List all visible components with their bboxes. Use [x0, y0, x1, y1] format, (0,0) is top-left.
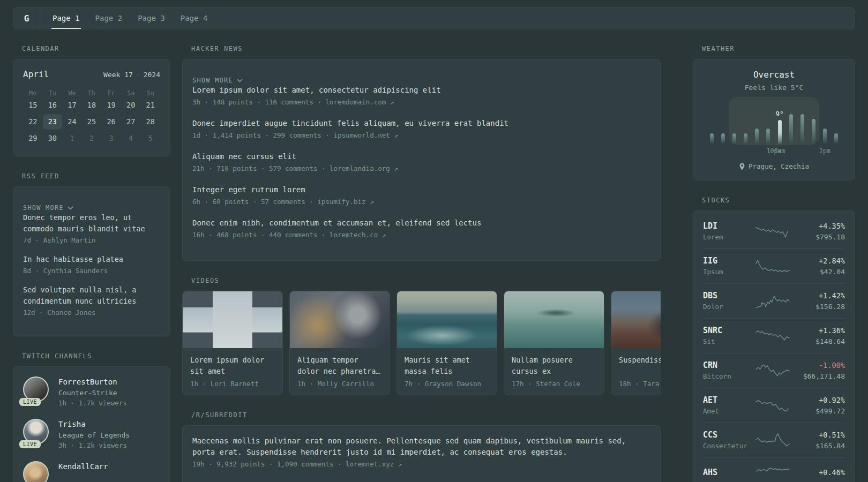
external-link-icon[interactable]: ↗ [370, 198, 374, 206]
hacker-news-title[interactable]: Donec enim nibh, condimentum et accumsan… [192, 217, 650, 229]
stock-row[interactable]: DBS Dolor +1.42% $156.28 [703, 283, 845, 318]
calendar-day: 3 [101, 131, 121, 146]
external-link-icon[interactable]: ↗ [382, 231, 386, 239]
hacker-news-meta: 16h · 468 points · 440 comments · loremt… [192, 230, 650, 240]
external-link-icon[interactable]: ↗ [398, 460, 402, 468]
weather-time-label: 2pm [819, 147, 830, 155]
rss-item-meta: 12d · Chance Jones [23, 307, 160, 318]
stock-ticker[interactable]: DBS [703, 290, 752, 302]
twitch-game: Counter-Strike [58, 388, 127, 398]
stock-ticker[interactable]: LDI [703, 221, 752, 232]
twitch-section-label: TWITCH CHANNELS [22, 352, 170, 360]
rss-item-title[interactable]: Donec tempor eros leo, ut commodo mauris… [23, 212, 160, 235]
external-link-icon[interactable]: ↗ [390, 98, 394, 106]
weather-bar-slot: 9° [774, 100, 785, 144]
video-card[interactable]: Lorem ipsum dolor sit amet consectetu… 1… [182, 291, 283, 395]
stock-ticker[interactable]: CCS [703, 430, 752, 441]
external-link-icon[interactable]: ↗ [394, 164, 398, 172]
stock-ticker[interactable]: SNRC [703, 325, 752, 336]
weather-bar [823, 129, 827, 144]
twitch-channel-info: ForrestBurton Counter-Strike 1h · 1.7k v… [58, 376, 127, 408]
rss-item-title[interactable]: In hac habitasse platea [23, 254, 160, 265]
stock-row[interactable]: AET Amet +0.92% $499.72 [703, 388, 845, 423]
stock-row[interactable]: LDI Lorem +4.35% $795.18 [703, 214, 845, 248]
video-card[interactable]: Suspendisse diam 18h · Tara [611, 291, 661, 395]
hacker-news-title[interactable]: Aliquam nec cursus elit [192, 151, 650, 162]
rss-show-more-button[interactable]: SHOW MORE [23, 204, 73, 212]
stock-row[interactable]: SNRC Sit +1.36% $148.64 [703, 318, 845, 353]
stock-row[interactable]: AHS +0.46% [703, 457, 845, 482]
twitch-channel-name[interactable]: Trisha [58, 419, 130, 430]
external-link-icon[interactable]: ↗ [394, 131, 398, 139]
stock-sparkline [755, 223, 790, 239]
video-thumbnail[interactable] [504, 291, 604, 348]
dashboard-columns: CALENDAR April Week 17·2024 Mo Tu [13, 39, 855, 482]
subreddit-post-title[interactable]: Maecenas mollis pulvinar erat non posuer… [192, 435, 650, 458]
rss-item: Donec tempor eros leo, ut commodo mauris… [23, 212, 160, 245]
video-title[interactable]: Aliquam tempor dolor nec pharetra… [297, 355, 382, 377]
video-card[interactable]: Aliquam tempor dolor nec pharetra… 1h · … [289, 291, 390, 395]
calendar-header: April Week 17·2024 [23, 69, 160, 79]
stock-row[interactable]: CRN Bitcorn -1.00% $66,171.48 [703, 353, 845, 388]
twitch-channel-row[interactable]: LIVE Trisha League of Legends 3h · 1.2k … [23, 419, 160, 450]
stock-name: Consectetur [703, 441, 752, 451]
location-pin-icon [739, 163, 745, 170]
chevron-down-icon [68, 206, 73, 210]
page-tab[interactable]: Page 3 [137, 7, 166, 29]
video-thumbnail[interactable] [183, 291, 282, 348]
weather-bar [744, 133, 747, 145]
video-title[interactable]: Lorem ipsum dolor sit amet consectetu… [190, 355, 275, 377]
hacker-news-title[interactable]: Lorem ipsum dolor sit amet, consectetur … [192, 85, 650, 96]
calendar-day: 18 [82, 97, 102, 113]
rss-item: In hac habitasse platea 8d · Cynthia Sau… [23, 254, 160, 276]
stock-sparkline [755, 432, 790, 448]
calendar-day: 20 [121, 97, 141, 113]
hacker-news-section: HACKER NEWS SHOW MORE Lorem ipsum dolor … [182, 45, 661, 261]
video-card[interactable]: Nullam posuere cursus ex 17h · Stefan Co… [504, 291, 604, 395]
stock-change: +1.36% [796, 325, 845, 336]
weather-location: Prague, Czechia [703, 162, 845, 170]
twitch-channel-name[interactable]: ForrestBurton [58, 376, 127, 388]
calendar-year: 2024 [144, 71, 160, 79]
twitch-channel-row[interactable]: LIVE KendallCarr [23, 461, 160, 482]
weather-bar [800, 114, 804, 144]
videos-row[interactable]: Lorem ipsum dolor sit amet consectetu… 1… [182, 291, 661, 395]
weather-bar-slot [785, 100, 797, 144]
chevron-down-icon [237, 79, 243, 82]
hacker-news-show-more-button[interactable]: SHOW MORE [192, 77, 243, 84]
twitch-channel-row[interactable]: LIVE ForrestBurton Counter-Strike 1h · 1… [23, 376, 160, 408]
stock-row[interactable]: IIG Ipsum +2.84% $42.04 [703, 248, 845, 283]
page-tab[interactable]: Page 1 [51, 7, 81, 29]
page-tab[interactable]: Page 4 [179, 7, 209, 29]
video-thumbnail[interactable] [290, 291, 390, 348]
video-card[interactable]: Mauris sit amet massa felis 7h · Grayson… [396, 291, 497, 395]
video-title[interactable]: Mauris sit amet massa felis [405, 355, 489, 377]
app-logo[interactable]: G [13, 7, 40, 29]
hacker-news-meta: 3h · 148 points · 116 comments · loremdo… [192, 97, 650, 107]
stock-sparkline [755, 293, 790, 309]
video-title[interactable]: Suspendisse diam [619, 355, 661, 377]
stock-ticker[interactable]: CRN [703, 360, 752, 371]
video-thumbnail[interactable] [397, 291, 497, 348]
stock-identity: IIG Ipsum [703, 255, 752, 277]
video-title[interactable]: Nullam posuere cursus ex [512, 355, 596, 377]
video-thumbnail[interactable] [611, 291, 661, 348]
stock-ticker[interactable]: IIG [703, 255, 752, 267]
calendar-day: 30 [43, 131, 63, 146]
hacker-news-title[interactable]: Integer eget rutrum lorem [192, 184, 650, 195]
calendar-day: 17 [62, 97, 82, 113]
calendar-day: 4 [121, 131, 141, 146]
rss-item-title[interactable]: Sed volutpat nulla nisl, a condimentum n… [23, 284, 160, 307]
stock-ticker[interactable]: AET [703, 395, 752, 406]
live-badge: LIVE [19, 398, 41, 406]
stock-values: +0.92% $499.72 [796, 395, 845, 416]
separator-dot: · [133, 71, 144, 79]
page-tab[interactable]: Page 2 [94, 7, 124, 29]
weather-bars: 9° [706, 100, 842, 144]
stock-ticker[interactable]: AHS [703, 467, 752, 478]
hacker-news-title[interactable]: Donec imperdiet augue tincidunt felis al… [192, 118, 650, 129]
twitch-channel-name[interactable]: KendallCarr [58, 461, 108, 472]
stock-name: Ipsum [703, 267, 752, 277]
stock-row[interactable]: CCS Consectetur +0.51% $165.84 [703, 423, 845, 457]
calendar-widget: April Week 17·2024 Mo Tu We [13, 59, 170, 156]
